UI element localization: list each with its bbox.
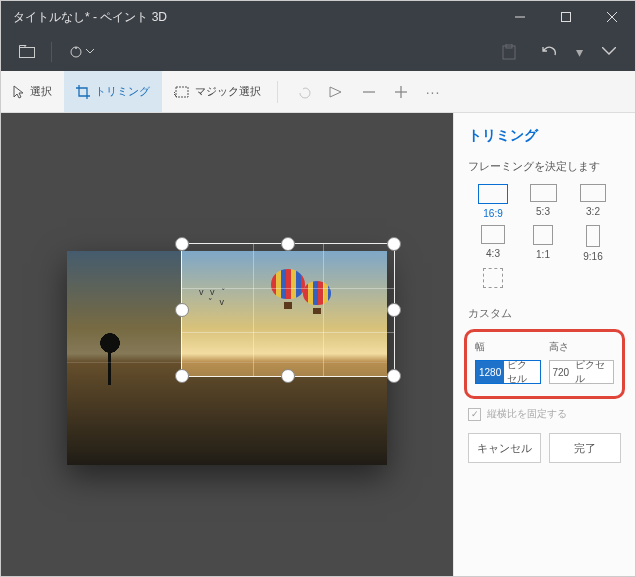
crop-handle-nw[interactable] <box>175 237 189 251</box>
svg-rect-9 <box>176 87 188 97</box>
tool-crop[interactable]: トリミング <box>64 71 162 112</box>
maximize-icon <box>561 12 571 22</box>
crop-handle-sw[interactable] <box>175 369 189 383</box>
crop-dim <box>181 377 387 465</box>
ratio-label: 1:1 <box>536 249 550 260</box>
flip-h-icon <box>329 86 345 98</box>
minimize-icon <box>515 12 525 22</box>
crop-dim <box>67 251 181 465</box>
minus-icon <box>363 86 375 98</box>
transform-tools: ··· <box>290 71 448 112</box>
tool-more[interactable]: ··· <box>418 71 448 113</box>
ratio-label: 9:16 <box>583 251 602 262</box>
cursor-icon <box>13 85 25 99</box>
height-input[interactable]: 720 ピクセル <box>549 360 615 384</box>
ratio-5-3[interactable]: 5:3 <box>518 184 568 219</box>
separator <box>51 42 52 62</box>
done-label: 完了 <box>574 441 596 456</box>
main-area: v v ˅ ˅ v トリミング <box>1 113 635 576</box>
minimize-button[interactable] <box>497 1 543 33</box>
history-button[interactable]: ▾ <box>569 33 589 71</box>
crop-handle-e[interactable] <box>387 303 401 317</box>
svg-point-6 <box>75 47 77 49</box>
height-value: 720 <box>550 361 573 383</box>
rotate-icon <box>297 85 313 99</box>
ratio-16-9[interactable]: 16:9 <box>468 184 518 219</box>
aspect-ratio-grid: 16:9 5:3 3:2 4:3 1:1 9:16 <box>468 184 621 298</box>
more-icon: ··· <box>426 84 441 100</box>
panel-buttons: キャンセル 完了 <box>468 433 621 463</box>
folder-icon <box>19 45 35 59</box>
crop-handle-w[interactable] <box>175 303 189 317</box>
undo-icon <box>541 45 557 59</box>
width-label: 幅 <box>475 340 541 354</box>
tool-plus[interactable] <box>386 71 416 113</box>
ratio-label: 5:3 <box>536 206 550 217</box>
tool-select[interactable]: 選択 <box>1 71 64 112</box>
paste-icon <box>502 44 516 60</box>
crop-handle-s[interactable] <box>281 369 295 383</box>
menu-file-button[interactable] <box>7 33 47 71</box>
ratio-label: 4:3 <box>486 248 500 259</box>
ratio-label: 3:2 <box>586 206 600 217</box>
crop-handle-n[interactable] <box>281 237 295 251</box>
tool-crop-label: トリミング <box>95 84 150 99</box>
crop-frame[interactable] <box>181 243 395 377</box>
svg-rect-1 <box>562 13 571 22</box>
chevron-down-icon <box>86 49 94 55</box>
width-unit: ピクセル <box>504 358 539 386</box>
close-icon <box>607 12 617 22</box>
cancel-label: キャンセル <box>477 441 532 456</box>
cancel-button[interactable]: キャンセル <box>468 433 541 463</box>
lock-aspect-row[interactable]: ✓ 縦横比を固定する <box>468 407 621 421</box>
maximize-button[interactable] <box>543 1 589 33</box>
framing-label: フレーミングを決定します <box>468 159 621 174</box>
side-panel: トリミング フレーミングを決定します 16:9 5:3 3:2 4:3 1:1 … <box>453 113 635 576</box>
tools-toolbar: 選択 トリミング マジック選択 <box>1 71 635 113</box>
crop-handle-ne[interactable] <box>387 237 401 251</box>
done-button[interactable]: 完了 <box>549 433 622 463</box>
ratio-4-3[interactable]: 4:3 <box>468 225 518 262</box>
custom-label: カスタム <box>468 306 621 321</box>
menubar: ▾ <box>1 33 635 71</box>
plus-icon <box>395 86 407 98</box>
paste-button[interactable] <box>489 33 529 71</box>
height-unit: ピクセル <box>572 358 613 386</box>
tool-select-label: 選択 <box>30 84 52 99</box>
app-window: タイトルなし* - ペイント 3D ▾ <box>0 0 636 577</box>
tool-flip-h[interactable] <box>322 71 352 113</box>
crop-handle-se[interactable] <box>387 369 401 383</box>
separator <box>277 81 278 103</box>
height-label: 高さ <box>549 340 615 354</box>
width-value: 1280 <box>476 361 504 383</box>
tool-magic-label: マジック選択 <box>195 84 261 99</box>
menu-brush-button[interactable] <box>56 33 106 71</box>
ratio-1-1[interactable]: 1:1 <box>518 225 568 262</box>
width-input[interactable]: 1280 ピクセル <box>475 360 541 384</box>
dimensions-highlight: 幅 高さ 1280 ピクセル 720 ピクセル <box>464 329 625 399</box>
chevron-down-large-icon <box>602 47 616 57</box>
lock-aspect-label: 縦横比を固定する <box>487 407 567 421</box>
crop-icon <box>76 85 90 99</box>
magic-select-icon <box>174 85 190 99</box>
window-title: タイトルなし* - ペイント 3D <box>1 9 497 26</box>
brush-icon <box>68 44 84 60</box>
ratio-9-16[interactable]: 9:16 <box>568 225 618 262</box>
ratio-label: 16:9 <box>483 208 502 219</box>
lock-aspect-checkbox[interactable]: ✓ <box>468 408 481 421</box>
tool-magic-select[interactable]: マジック選択 <box>162 71 273 112</box>
undo-button[interactable] <box>529 33 569 71</box>
panel-title: トリミング <box>468 127 621 145</box>
ratio-custom[interactable] <box>468 268 518 292</box>
tool-rotate[interactable] <box>290 71 320 113</box>
ratio-3-2[interactable]: 3:2 <box>568 184 618 219</box>
canvas-area[interactable]: v v ˅ ˅ v <box>1 113 453 576</box>
redo-button[interactable] <box>589 33 629 71</box>
close-button[interactable] <box>589 1 635 33</box>
svg-rect-4 <box>20 48 35 58</box>
titlebar: タイトルなし* - ペイント 3D <box>1 1 635 33</box>
tool-minus[interactable] <box>354 71 384 113</box>
